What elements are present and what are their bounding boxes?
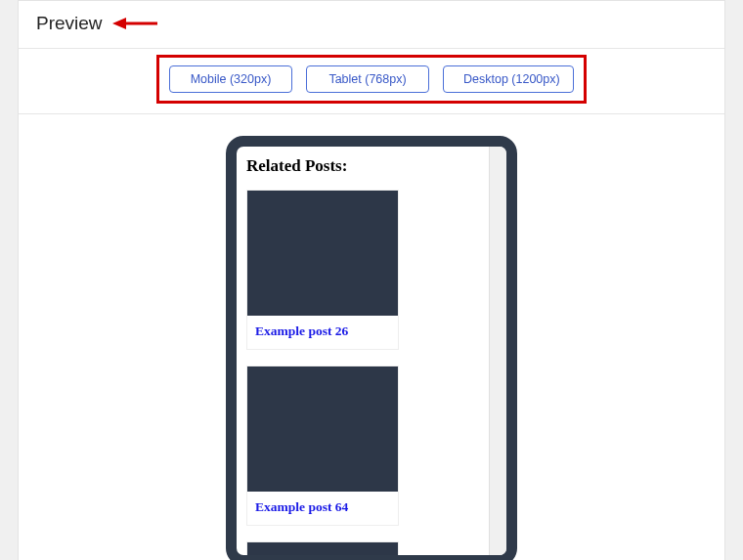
device-frame: Related Posts: Example post 26 Example p… [226, 136, 517, 560]
post-card: Example post 26 [246, 190, 399, 350]
post-title-link[interactable]: Example post 64 [247, 492, 398, 525]
related-posts-heading: Related Posts: [246, 156, 479, 176]
post-thumbnail [247, 366, 398, 492]
post-title-link[interactable]: Example post 26 [247, 316, 398, 349]
preview-stage: Related Posts: Example post 26 Example p… [19, 114, 724, 560]
post-card: Example post 64 [246, 366, 399, 526]
desktop-viewport-button[interactable]: Desktop (1200px) [443, 65, 574, 93]
preview-panel: Preview Mobile (320px) Tablet (768px) De… [18, 0, 725, 560]
device-viewport[interactable]: Related Posts: Example post 26 Example p… [237, 147, 489, 555]
tablet-viewport-button[interactable]: Tablet (768px) [306, 65, 429, 93]
panel-title: Preview [36, 13, 103, 34]
post-thumbnail [247, 191, 398, 316]
post-thumbnail [247, 542, 398, 555]
arrow-left-icon [112, 14, 159, 33]
svg-marker-1 [112, 18, 126, 29]
panel-header: Preview [19, 1, 724, 48]
panel-body: Mobile (320px) Tablet (768px) Desktop (1… [19, 48, 724, 560]
post-card [246, 541, 399, 555]
viewport-button-bar: Mobile (320px) Tablet (768px) Desktop (1… [156, 55, 587, 104]
mobile-viewport-button[interactable]: Mobile (320px) [169, 65, 292, 93]
scrollbar[interactable] [489, 147, 506, 555]
